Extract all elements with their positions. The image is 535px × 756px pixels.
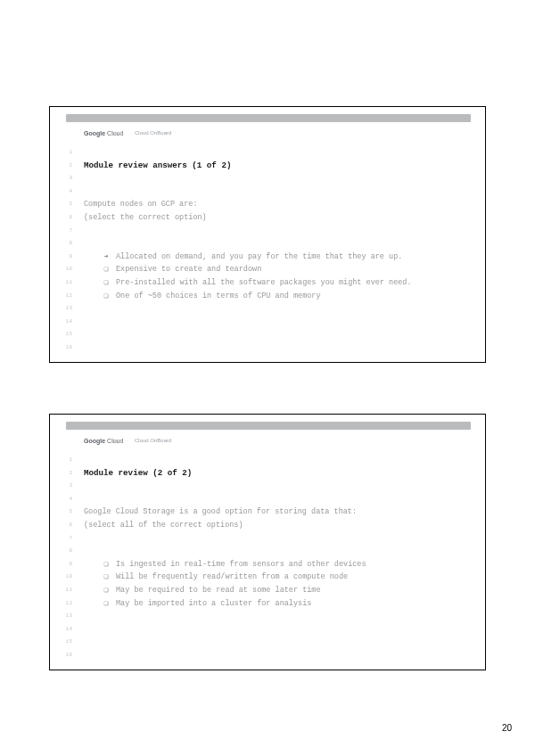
slide-1-title: Module review answers (1 of 2) [84,160,467,173]
checkbox-icon: ❏ [96,584,116,597]
checkbox-icon: ❏ [96,263,116,276]
checkbox-icon: ❏ [96,597,116,611]
slide-2-content: Module review (2 of 2) Google Cloud Stor… [84,454,467,610]
option-row: ❏Is ingested in real-time from sensors a… [84,558,467,571]
option-text: Allocated on demand, and you pay for the… [116,252,402,261]
arrow-icon: ➔ [96,251,116,264]
option-row: ❏Will be frequently read/written from a … [84,571,467,584]
checkbox-icon: ❏ [96,571,116,584]
line-numbers: 12345678 910111213141516 [60,454,72,662]
option-text: Expensive to create and teardown [116,265,261,274]
slide-1-instruction: (select the correct option) [84,211,467,225]
option-text: May be required to be read at some later… [116,586,321,595]
slide-2-question: Google Cloud Storage is a good option fo… [84,505,467,519]
brand-google: Google [84,130,105,136]
line-numbers: 12345678 910111213141516 [60,146,72,355]
option-text: Will be frequently read/written from a c… [116,572,348,581]
brand-cloud: Cloud [107,130,123,136]
option-row: ❏One of ~50 choices in terms of CPU and … [84,290,467,303]
option-row: ❏Expensive to create and teardown [84,263,467,276]
slide-2-instruction: (select all of the correct options) [84,519,467,532]
slide-2: Google Cloud Cloud OnBoard 12345678 9101… [49,414,486,670]
checkbox-icon: ❏ [96,276,116,290]
brand-logo: Google Cloud [84,438,123,444]
brand-onboard: Cloud OnBoard [135,130,171,136]
checkbox-icon: ❏ [96,290,116,303]
slide-1-content: Module review answers (1 of 2) Compute n… [84,146,467,302]
option-row: ❏May be imported into a cluster for anal… [84,597,467,611]
decorative-bar [66,422,471,430]
checkbox-icon: ❏ [96,558,116,571]
slide-1-question: Compute nodes on GCP are: [84,198,467,211]
option-text: One of ~50 choices in terms of CPU and m… [116,292,321,300]
option-text: May be imported into a cluster for analy… [116,599,311,608]
brand-cloud: Cloud [107,438,123,444]
option-text: Is ingested in real-time from sensors an… [116,560,366,569]
option-text: Pre-installed with all the software pack… [116,278,412,287]
page-number: 20 [502,723,512,733]
decorative-bar [66,114,471,122]
brand-google: Google [84,438,105,444]
option-row: ❏May be required to be read at some late… [84,584,467,597]
slide-1: Google Cloud Cloud OnBoard 12345678 9101… [49,106,486,363]
option-row: ❏Pre-installed with all the software pac… [84,276,467,290]
option-row: ➔Allocated on demand, and you pay for th… [84,251,467,264]
brand-onboard: Cloud OnBoard [135,438,171,443]
slide-2-title: Module review (2 of 2) [84,467,467,481]
brand-logo: Google Cloud [84,130,123,136]
